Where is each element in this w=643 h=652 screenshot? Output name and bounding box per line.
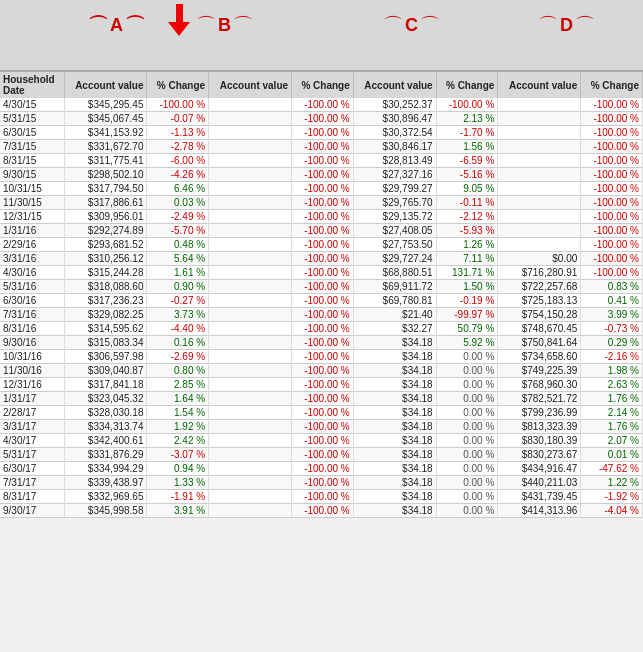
- table-cell: $34.18: [353, 448, 436, 462]
- header-b-pct: % Change: [292, 72, 354, 98]
- table-cell: -100.00 %: [581, 168, 643, 182]
- table-cell: -5.93 %: [436, 224, 498, 238]
- table-cell: $317,886.61: [64, 196, 147, 210]
- table-cell: $754,150.28: [498, 308, 581, 322]
- table-cell: $734,658.60: [498, 350, 581, 364]
- table-row: 7/31/16$329,082.253.73 %-100.00 %$21.40-…: [0, 308, 643, 322]
- table-cell: $30,252.37: [353, 98, 436, 112]
- table-cell: $318,088.60: [64, 280, 147, 294]
- table-cell: 2/28/17: [0, 406, 64, 420]
- table-cell: 2/29/16: [0, 238, 64, 252]
- table-cell: $34.18: [353, 378, 436, 392]
- table-cell: -2.69 %: [147, 350, 209, 364]
- table-cell: $334,994.29: [64, 462, 147, 476]
- table-cell: 0.00 %: [436, 462, 498, 476]
- table-cell: 1.54 %: [147, 406, 209, 420]
- table-cell: 1.92 %: [147, 420, 209, 434]
- arrow-shaft: [176, 4, 183, 22]
- table-cell: $315,083.34: [64, 336, 147, 350]
- table-cell: 1.33 %: [147, 476, 209, 490]
- table-cell: 2.42 %: [147, 434, 209, 448]
- table-cell: 10/31/16: [0, 350, 64, 364]
- table-cell: -4.40 %: [147, 322, 209, 336]
- table-cell: -4.26 %: [147, 168, 209, 182]
- table-cell: 0.00 %: [436, 420, 498, 434]
- table-cell: -100.00 %: [292, 252, 354, 266]
- table-cell: -100.00 %: [292, 336, 354, 350]
- table-cell: [209, 112, 292, 126]
- col-d-marker: ⌒ D ⌒: [538, 12, 595, 39]
- table-cell: -100.00 %: [292, 98, 354, 112]
- table-cell: 1.61 %: [147, 266, 209, 280]
- table-cell: 1.76 %: [581, 420, 643, 434]
- table-cell: $309,040.87: [64, 364, 147, 378]
- table-cell: 5/31/15: [0, 112, 64, 126]
- table-cell: $345,998.58: [64, 504, 147, 518]
- table-cell: [209, 210, 292, 224]
- table-cell: -100.00 %: [581, 112, 643, 126]
- table-cell: 2.85 %: [147, 378, 209, 392]
- table-cell: [209, 448, 292, 462]
- table-cell: $440,211.03: [498, 476, 581, 490]
- table-cell: -100.00 %: [292, 154, 354, 168]
- table-cell: 2.07 %: [581, 434, 643, 448]
- table-cell: 1/31/17: [0, 392, 64, 406]
- table-cell: [209, 322, 292, 336]
- table-cell: 0.00 %: [436, 434, 498, 448]
- table-cell: $830,180.39: [498, 434, 581, 448]
- table-cell: $310,256.12: [64, 252, 147, 266]
- table-cell: [209, 224, 292, 238]
- table-cell: 1.64 %: [147, 392, 209, 406]
- table-cell: 1.76 %: [581, 392, 643, 406]
- table-cell: [498, 126, 581, 140]
- table-cell: -6.00 %: [147, 154, 209, 168]
- table-cell: $339,438.97: [64, 476, 147, 490]
- table-cell: $27,753.50: [353, 238, 436, 252]
- table-row: 8/31/17$332,969.65-1.91 %-100.00 %$34.18…: [0, 490, 643, 504]
- table-cell: $28,813.49: [353, 154, 436, 168]
- table-cell: [498, 168, 581, 182]
- main-container: ⌒ A ⌒ ⌒ B ⌒ ⌒ C ⌒ ⌒ D ⌒: [0, 0, 643, 518]
- table-cell: 0.00 %: [436, 504, 498, 518]
- col-b-marker: ⌒ B ⌒: [196, 12, 253, 39]
- table-cell: $311,775.41: [64, 154, 147, 168]
- table-cell: -100.00 %: [581, 154, 643, 168]
- table-cell: $345,067.45: [64, 112, 147, 126]
- table-cell: 6/30/15: [0, 126, 64, 140]
- table-cell: -100.00 %: [292, 406, 354, 420]
- table-cell: $434,916.47: [498, 462, 581, 476]
- col-b-arrow: [168, 4, 190, 36]
- table-cell: 0.00 %: [436, 448, 498, 462]
- table-cell: 1.22 %: [581, 476, 643, 490]
- table-cell: -100.00 %: [581, 238, 643, 252]
- table-cell: -100.00 %: [292, 490, 354, 504]
- table-row: 6/30/17$334,994.290.94 %-100.00 %$34.180…: [0, 462, 643, 476]
- table-row: 5/31/16$318,088.600.90 %-100.00 %$69,911…: [0, 280, 643, 294]
- table-cell: [209, 252, 292, 266]
- table-cell: $341,153.92: [64, 126, 147, 140]
- table-cell: [209, 490, 292, 504]
- table-cell: 0.80 %: [147, 364, 209, 378]
- table-cell: $0.00: [498, 252, 581, 266]
- table-cell: [209, 462, 292, 476]
- table-cell: -100.00 %: [292, 504, 354, 518]
- table-row: 4/30/16$315,244.281.61 %-100.00 %$68,880…: [0, 266, 643, 280]
- table-cell: 8/31/15: [0, 154, 64, 168]
- table-cell: -4.04 %: [581, 504, 643, 518]
- table-cell: -1.70 %: [436, 126, 498, 140]
- table-cell: -0.73 %: [581, 322, 643, 336]
- table-cell: 0.00 %: [436, 476, 498, 490]
- table-cell: $317,236.23: [64, 294, 147, 308]
- table-cell: -100.00 %: [292, 210, 354, 224]
- table-cell: -100.00 %: [292, 294, 354, 308]
- table-cell: 3/31/16: [0, 252, 64, 266]
- table-cell: -100.00 %: [292, 364, 354, 378]
- table-row: 6/30/15$341,153.92-1.13 %-100.00 %$30,37…: [0, 126, 643, 140]
- table-cell: -100.00 %: [292, 224, 354, 238]
- table-cell: $768,960.30: [498, 378, 581, 392]
- table-cell: -100.00 %: [292, 420, 354, 434]
- table-cell: 9/30/15: [0, 168, 64, 182]
- header-a-val: Account value: [64, 72, 147, 98]
- table-row: 10/31/15$317,794.506.46 %-100.00 %$29,79…: [0, 182, 643, 196]
- table-cell: $34.18: [353, 406, 436, 420]
